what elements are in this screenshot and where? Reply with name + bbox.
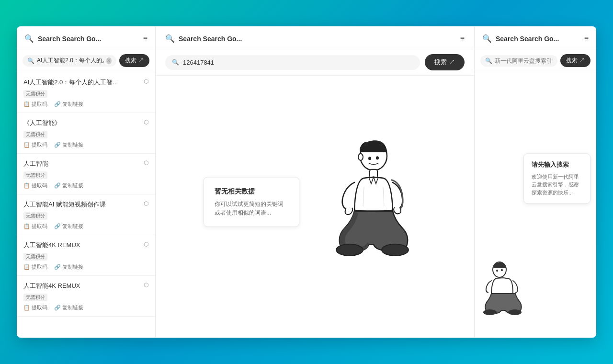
right-panel-header: 🔍 Search Search Go... ≡ <box>475 26 596 49</box>
middle-panel-header: 🔍 Search Search Go... ≡ <box>156 26 474 49</box>
middle-panel-title-area: 🔍 Search Search Go... <box>165 34 242 43</box>
left-result-item-4-header: 人工智能4K REMUX ⬡ <box>23 241 148 250</box>
left-result-item-3[interactable]: 人工智能AI 赋能短视频创作课 ⬡ 无需积分 📋 提取码 🔗 复制链接 <box>17 194 155 235</box>
right-search-bar: 🔍 搜索 ↗ <box>475 49 596 72</box>
left-extract-btn-0[interactable]: 📋 提取码 <box>23 101 47 108</box>
right-panel-title-area: 🔍 Search Search Go... <box>482 34 559 43</box>
middle-search-button[interactable]: 搜索 ↗ <box>425 54 465 70</box>
left-result-tag-3: 无需积分 <box>23 212 47 220</box>
left-result-title-4: 人工智能4K REMUX <box>23 241 129 250</box>
left-panel-title-area: 🔍 Search Search Go... <box>24 34 101 43</box>
right-content: 请先输入搜索 欢迎使用新一代阿里云盘搜索引擎，感谢探索资源的快乐... <box>475 72 596 338</box>
left-extract-btn-3[interactable]: 📋 提取码 <box>23 223 47 230</box>
left-external-icon-2[interactable]: ⬡ <box>144 159 148 166</box>
middle-search-input[interactable] <box>183 59 413 66</box>
left-result-tag-5: 无需积分 <box>23 294 47 301</box>
left-result-item-2-header: 人工智能 ⬡ <box>23 159 148 168</box>
left-search-bar: 🔍 × 搜索 ↗ <box>17 49 155 72</box>
left-search-input[interactable] <box>37 57 104 64</box>
left-result-item-2[interactable]: 人工智能 ⬡ 无需积分 📋 提取码 🔗 复制链接 <box>17 154 155 194</box>
left-panel-title: Search Search Go... <box>38 35 101 43</box>
left-result-title-3: 人工智能AI 赋能短视频创作课 <box>23 200 129 209</box>
left-panel-header: 🔍 Search Search Go... ≡ <box>17 26 155 49</box>
left-result-title-2: 人工智能 <box>23 159 129 168</box>
left-extract-btn-5[interactable]: 📋 提取码 <box>23 304 47 311</box>
left-external-icon-3[interactable]: ⬡ <box>144 200 148 207</box>
left-extract-btn-4[interactable]: 📋 提取码 <box>23 263 47 271</box>
empty-state-card: 暂无相关数据 你可以试试更简短的关键词或者使用相似的词语... <box>204 177 299 227</box>
left-result-title-0: AI人工智能2.0：每个人的人工智... <box>23 78 129 87</box>
left-result-actions-1: 📋 提取码 🔗 复制链接 <box>23 141 148 148</box>
left-result-actions-2: 📋 提取码 🔗 复制链接 <box>23 182 148 189</box>
left-results-list: AI人工智能2.0：每个人的人工智... ⬡ 无需积分 📋 提取码 🔗 复制链接… <box>17 72 155 338</box>
left-result-item-3-header: 人工智能AI 赋能短视频创作课 ⬡ <box>23 200 148 209</box>
left-result-tag-0: 无需积分 <box>23 90 47 98</box>
right-panel-icon: 🔍 <box>482 34 492 43</box>
right-search-icon: 🔍 <box>485 57 492 64</box>
middle-search-bar: 🔍 搜索 ↗ <box>156 49 474 76</box>
left-search-icon: 🔍 <box>27 57 34 64</box>
left-result-item-1[interactable]: 《人工智能》 ⬡ 无需积分 📋 提取码 🔗 复制链接 <box>17 113 155 154</box>
svg-point-11 <box>501 269 503 271</box>
left-result-item-0[interactable]: AI人工智能2.0：每个人的人工智... ⬡ 无需积分 📋 提取码 🔗 复制链接 <box>17 72 155 113</box>
left-copy-btn-1[interactable]: 🔗 复制链接 <box>54 141 83 148</box>
svg-point-1 <box>358 153 363 160</box>
left-search-button[interactable]: 搜索 ↗ <box>119 54 149 67</box>
middle-menu-icon[interactable]: ≡ <box>460 34 465 43</box>
right-prompt-text: 欢迎使用新一代阿里云盘搜索引擎，感谢探索资源的快乐... <box>532 173 582 197</box>
left-result-actions-5: 📋 提取码 🔗 复制链接 <box>23 304 148 311</box>
main-container: 🔍 Search Search Go... ≡ 🔍 × 搜索 ↗ AI人工智能2… <box>17 26 596 338</box>
left-result-title-1: 《人工智能》 <box>23 119 129 127</box>
right-panel-title: Search Search Go... <box>496 35 559 43</box>
middle-panel-title: Search Search Go... <box>179 35 242 43</box>
left-panel-icon: 🔍 <box>24 34 34 43</box>
left-copy-btn-0[interactable]: 🔗 复制链接 <box>54 101 83 108</box>
middle-search-wrap: 🔍 <box>165 55 420 70</box>
left-extract-btn-1[interactable]: 📋 提取码 <box>23 141 47 148</box>
left-copy-btn-5[interactable]: 🔗 复制链接 <box>54 304 83 311</box>
right-search-button[interactable]: 搜索 ↗ <box>560 54 590 67</box>
middle-panel: 🔍 Search Search Go... ≡ 🔍 搜索 ↗ 暂无相关数据 你可… <box>156 26 474 338</box>
left-result-item-5[interactable]: 人工智能4K REMUX ⬡ 无需积分 📋 提取码 🔗 复制链接 <box>17 276 155 317</box>
svg-point-10 <box>496 270 498 272</box>
svg-point-13 <box>508 309 522 315</box>
left-external-icon-4[interactable]: ⬡ <box>144 241 148 248</box>
middle-panel-icon: 🔍 <box>165 34 175 43</box>
left-external-icon-5[interactable]: ⬡ <box>144 282 148 288</box>
right-search-input[interactable] <box>495 57 553 64</box>
left-copy-btn-3[interactable]: 🔗 复制链接 <box>54 223 83 230</box>
left-result-tag-1: 无需积分 <box>23 131 47 138</box>
left-result-item-4[interactable]: 人工智能4K REMUX ⬡ 无需积分 📋 提取码 🔗 复制链接 <box>17 235 155 276</box>
left-external-icon-0[interactable]: ⬡ <box>144 78 148 85</box>
right-sitting-figure <box>479 259 527 318</box>
left-search-input-wrap: 🔍 × <box>23 55 116 67</box>
right-panel: 🔍 Search Search Go... ≡ 🔍 搜索 ↗ <box>474 26 596 338</box>
svg-point-5 <box>336 244 363 255</box>
left-result-actions-4: 📋 提取码 🔗 复制链接 <box>23 263 148 271</box>
svg-point-6 <box>382 244 409 255</box>
left-external-icon-1[interactable]: ⬡ <box>144 119 148 125</box>
right-prompt-card: 请先输入搜索 欢迎使用新一代阿里云盘搜索引擎，感谢探索资源的快乐... <box>523 153 590 204</box>
sitting-figure <box>311 132 426 268</box>
left-copy-btn-2[interactable]: 🔗 复制链接 <box>54 182 83 189</box>
left-result-item-1-header: 《人工智能》 ⬡ <box>23 119 148 127</box>
left-panel: 🔍 Search Search Go... ≡ 🔍 × 搜索 ↗ AI人工智能2… <box>17 26 156 338</box>
left-result-item-0-header: AI人工智能2.0：每个人的人工智... ⬡ <box>23 78 148 87</box>
right-menu-icon[interactable]: ≡ <box>584 34 589 43</box>
empty-state-text: 你可以试试更简短的关键词或者使用相似的词语... <box>215 199 288 216</box>
right-search-input-wrap: 🔍 <box>480 55 557 67</box>
middle-search-icon: 🔍 <box>172 59 179 66</box>
empty-state-title: 暂无相关数据 <box>215 187 288 195</box>
middle-content: 暂无相关数据 你可以试试更简短的关键词或者使用相似的词语... <box>156 76 474 338</box>
left-copy-btn-4[interactable]: 🔗 复制链接 <box>54 263 83 271</box>
left-result-tag-4: 无需积分 <box>23 253 47 261</box>
right-prompt-title: 请先输入搜索 <box>532 160 582 169</box>
left-result-actions-0: 📋 提取码 🔗 复制链接 <box>23 101 148 108</box>
left-result-tag-2: 无需积分 <box>23 171 47 179</box>
svg-point-3 <box>376 156 379 159</box>
left-result-item-5-header: 人工智能4K REMUX ⬡ <box>23 282 148 290</box>
left-extract-btn-2[interactable]: 📋 提取码 <box>23 182 47 189</box>
left-clear-button[interactable]: × <box>106 57 112 64</box>
left-result-actions-3: 📋 提取码 🔗 复制链接 <box>23 223 148 230</box>
left-menu-icon[interactable]: ≡ <box>143 34 148 43</box>
